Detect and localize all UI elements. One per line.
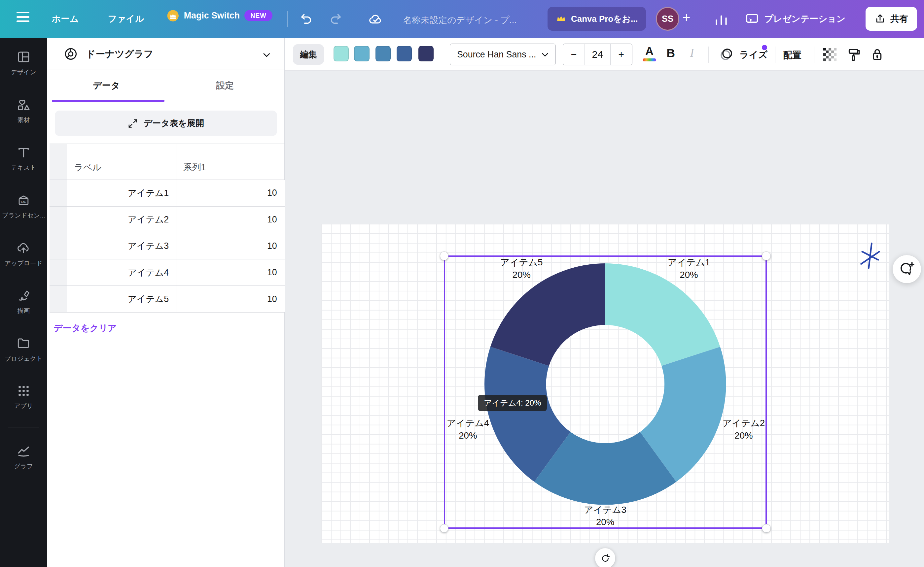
edit-button[interactable]: 編集	[293, 44, 324, 64]
font-size-decrease[interactable]: −	[563, 44, 585, 65]
magic-switch-button[interactable]: Magic Switch NEW	[167, 10, 272, 22]
panel-title: ドーナツグラフ	[86, 48, 153, 60]
redo-button[interactable]	[329, 12, 343, 26]
new-badge: NEW	[244, 10, 272, 21]
sidebar-item-elements[interactable]: 素材	[0, 87, 47, 135]
resize-handle-top-left[interactable]	[440, 252, 449, 260]
label-cell[interactable]: アイテム2	[67, 207, 176, 232]
resize-handle-top-right[interactable]	[762, 252, 771, 260]
divider	[287, 11, 288, 27]
text-color-button[interactable]: A	[642, 45, 657, 61]
expand-icon	[128, 118, 138, 128]
projects-icon	[17, 336, 31, 350]
svg-text:co.: co.	[21, 200, 26, 203]
elements-icon	[17, 98, 31, 112]
share-icon	[874, 13, 886, 24]
sidebar-item-projects[interactable]: プロジェクト	[0, 326, 47, 374]
top-bar: ホーム ファイル Magic Switch NEW 名称未設定のデザイン - プ…	[0, 0, 924, 38]
color-swatch-1[interactable]	[334, 46, 349, 61]
tab-settings[interactable]: 設定	[166, 70, 284, 100]
divider	[775, 46, 776, 63]
transparency-button[interactable]	[822, 46, 838, 62]
charts-icon	[17, 444, 31, 458]
rotate-handle[interactable]	[595, 548, 615, 567]
table-row: アイテム410	[50, 260, 285, 286]
copy-style-button[interactable]	[846, 47, 861, 62]
label-cell[interactable]: アイテム1	[67, 180, 176, 206]
nav-file[interactable]: ファイル	[108, 13, 144, 25]
avatar[interactable]: SS	[656, 7, 679, 30]
label-cell[interactable]: アイテム4	[67, 260, 176, 285]
panel-header[interactable]: ドーナツグラフ	[47, 38, 284, 70]
document-title[interactable]: 名称未設定のデザイン - プ...	[403, 14, 517, 26]
label-cell[interactable]: アイテム3	[67, 233, 176, 259]
circles-icon	[719, 46, 735, 62]
sidebar-item-brand-center[interactable]: co.ブランドセン...	[0, 183, 47, 230]
design-icon	[17, 50, 30, 64]
uploads-icon	[17, 241, 31, 255]
sidebar-item-charts[interactable]: グラフ	[0, 434, 47, 481]
stylize-button[interactable]: ライズ	[719, 46, 768, 62]
text-icon	[17, 146, 30, 159]
panel-tabs: データ 設定	[47, 70, 284, 100]
canva-pro-button[interactable]: Canva Proをお...	[547, 7, 646, 30]
sidebar-divider	[8, 427, 39, 428]
resize-handle-bottom-right[interactable]	[762, 524, 771, 533]
sidebar-item-draw[interactable]: 描画	[0, 278, 47, 326]
value-cell[interactable]: 10	[176, 286, 284, 312]
value-cell[interactable]: 10	[176, 233, 284, 259]
chart-panel: ドーナツグラフ データ 設定 データ表を展開 ラベル系列1アイテム110アイテム…	[47, 38, 285, 567]
expand-data-table-button[interactable]: データ表を展開	[55, 111, 277, 136]
color-swatch-3[interactable]	[376, 46, 391, 61]
donut-chart-icon	[64, 47, 78, 61]
italic-button[interactable]: I	[690, 46, 694, 60]
crown-icon	[556, 14, 566, 24]
color-swatch-5[interactable]	[418, 46, 434, 61]
divider	[708, 46, 709, 63]
selection-box	[444, 255, 767, 529]
font-size-control: − 24 +	[563, 44, 633, 65]
sidebar-item-design[interactable]: デザイン	[0, 40, 47, 87]
color-swatch-4[interactable]	[397, 46, 412, 61]
add-member-button[interactable]: +	[682, 10, 690, 26]
sidebar-item-uploads[interactable]: アップロード	[0, 230, 47, 278]
lock-button[interactable]	[870, 47, 885, 62]
presentation-button[interactable]: プレゼンテーション	[739, 7, 851, 30]
chevron-down-icon	[541, 50, 550, 59]
font-selector[interactable]: Source Han Sans ...	[450, 44, 556, 65]
arrange-button[interactable]: 配置	[783, 49, 801, 61]
table-row: アイテム210	[50, 207, 285, 233]
clear-data-button[interactable]: データをクリア	[54, 322, 117, 334]
drawn-asterisk	[859, 242, 880, 270]
column-header[interactable]: 系列1	[176, 155, 284, 180]
font-size-value[interactable]: 24	[585, 44, 610, 65]
insights-icon[interactable]	[713, 10, 730, 27]
font-size-increase[interactable]: +	[610, 44, 632, 65]
value-cell[interactable]: 10	[176, 260, 284, 285]
cloud-save-icon[interactable]	[368, 12, 383, 27]
value-cell[interactable]: 10	[176, 207, 284, 232]
value-cell[interactable]: 10	[176, 180, 284, 206]
bold-button[interactable]: B	[666, 46, 675, 60]
notification-dot	[762, 45, 767, 50]
comment-button[interactable]	[892, 255, 921, 284]
column-header[interactable]: ラベル	[67, 155, 176, 180]
sidebar-item-text[interactable]: テキスト	[0, 135, 47, 183]
table-row	[50, 144, 285, 155]
menu-icon[interactable]	[17, 12, 29, 22]
toolbar: 編集 Source Han Sans ... − 24 + A B I ライズ …	[285, 38, 924, 70]
table-row: アイテム110	[50, 180, 285, 206]
nav-home[interactable]: ホーム	[52, 13, 79, 25]
data-table: ラベル系列1アイテム110アイテム210アイテム310アイテム410アイテム51…	[50, 144, 285, 312]
color-swatch-2[interactable]	[354, 46, 369, 61]
canvas-area[interactable]: アイテム120%アイテム220%アイテム320%アイテム420%アイテム520%…	[285, 70, 924, 567]
table-header-row: ラベル系列1	[50, 155, 285, 180]
draw-icon	[17, 288, 31, 303]
sidebar-item-apps[interactable]: アプリ	[0, 373, 47, 421]
tab-data[interactable]: データ	[47, 70, 166, 100]
label-cell[interactable]: アイテム5	[67, 286, 176, 312]
share-button[interactable]: 共有	[865, 7, 917, 30]
undo-button[interactable]	[299, 12, 313, 26]
brand-center-icon: co.	[17, 193, 31, 207]
table-row: アイテム310	[50, 233, 285, 260]
